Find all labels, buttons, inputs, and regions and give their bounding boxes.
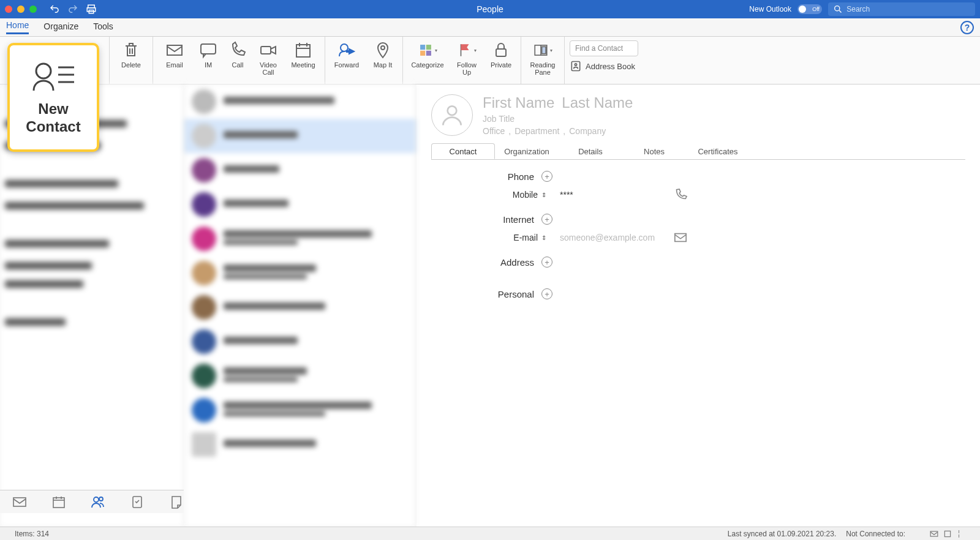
svg-rect-44	[944, 531, 950, 536]
mobile-dropdown-icon[interactable]: ⇕	[541, 192, 546, 198]
email-button[interactable]: Email	[158, 40, 191, 69]
detail-tab-contact[interactable]: Contact	[431, 143, 495, 159]
status-mail-icon[interactable]	[930, 530, 938, 538]
find-contact-input[interactable]: Find a Contact	[570, 40, 638, 56]
svg-point-41	[448, 106, 457, 115]
call-button[interactable]: Call	[225, 40, 250, 69]
follow-up-button[interactable]: ▾ Follow Up	[452, 40, 481, 76]
trash-icon	[121, 40, 141, 60]
detail-tab-notes[interactable]: Notes	[622, 143, 686, 159]
first-name-field[interactable]: First Name	[483, 94, 554, 111]
svg-point-29	[36, 64, 51, 78]
lock-icon	[491, 40, 511, 60]
navigation-bar	[0, 490, 184, 513]
status-sync-icon[interactable]	[943, 530, 952, 538]
mobile-value[interactable]: ****	[546, 190, 669, 200]
svg-rect-22	[426, 51, 431, 56]
detail-tab-certificates[interactable]: Certificates	[686, 143, 750, 159]
address-book-icon	[570, 60, 582, 72]
close-window-button[interactable]	[5, 6, 12, 13]
person-icon	[439, 102, 466, 129]
mobile-label[interactable]: Mobile	[474, 190, 541, 200]
contact-list	[184, 84, 417, 527]
detail-tab-organization[interactable]: Organization	[495, 143, 559, 159]
layout-icon	[533, 40, 549, 60]
svg-point-28	[575, 64, 576, 66]
delete-button[interactable]: Delete	[115, 40, 148, 69]
nav-tasks-icon[interactable]	[130, 495, 145, 509]
svg-rect-23	[496, 49, 506, 56]
job-title-field[interactable]: Job Title	[483, 114, 965, 124]
svg-line-4	[839, 10, 841, 12]
add-phone-button[interactable]: +	[541, 171, 552, 182]
svg-point-3	[835, 6, 840, 11]
search-box[interactable]	[828, 2, 975, 16]
search-icon	[833, 4, 843, 15]
redo-icon[interactable]	[67, 4, 78, 15]
svg-rect-21	[420, 51, 425, 56]
svg-rect-10	[167, 45, 182, 55]
status-resize-icon[interactable]: ╎	[957, 530, 965, 538]
add-personal-button[interactable]: +	[541, 288, 552, 299]
svg-rect-12	[261, 47, 271, 54]
detail-tab-details[interactable]: Details	[559, 143, 622, 159]
nav-people-icon[interactable]	[91, 495, 105, 509]
status-connection: Not Connected to:	[846, 530, 905, 538]
reading-pane-button[interactable]: ▾ Reading Pane	[526, 40, 559, 76]
new-contact-callout[interactable]: NewContact	[7, 43, 99, 152]
svg-rect-33	[13, 498, 26, 506]
search-input[interactable]	[846, 5, 970, 13]
avatar-placeholder[interactable]	[431, 94, 473, 136]
status-last-synced: Last synced at 01.09.2021 20:23.	[728, 530, 836, 538]
contact-detail-pane: First Name Last Name Job Title Office, D…	[417, 84, 980, 527]
phone-action-icon[interactable]	[674, 188, 687, 201]
svg-rect-13	[296, 45, 310, 57]
map-it-button[interactable]: Map It	[368, 40, 398, 69]
department-field[interactable]: Department	[514, 126, 559, 136]
new-outlook-toggle[interactable]: Off	[797, 4, 822, 14]
section-internet-label: Internet	[431, 214, 541, 225]
print-icon[interactable]	[86, 4, 97, 15]
maximize-window-button[interactable]	[29, 6, 37, 13]
meeting-button[interactable]: Meeting	[287, 40, 320, 69]
new-contact-icon	[30, 59, 77, 93]
svg-rect-20	[426, 45, 431, 50]
im-button[interactable]: IM	[196, 40, 221, 69]
nav-notes-icon[interactable]	[169, 495, 184, 509]
add-internet-button[interactable]: +	[541, 214, 552, 225]
office-field[interactable]: Office	[483, 126, 505, 136]
last-name-field[interactable]: Last Name	[562, 94, 633, 111]
nav-calendar-icon[interactable]	[51, 495, 66, 509]
tab-organize[interactable]: Organize	[43, 21, 78, 34]
flag-icon	[457, 40, 473, 60]
tab-home[interactable]: Home	[6, 20, 29, 34]
tab-tools[interactable]: Tools	[93, 21, 113, 34]
email-dropdown-icon[interactable]: ⇕	[541, 234, 546, 241]
calendar-icon	[293, 40, 313, 60]
minimize-window-button[interactable]	[17, 6, 24, 13]
address-book-button[interactable]: Address Book	[570, 60, 635, 72]
svg-rect-42	[675, 234, 686, 242]
menu-tabs: Home Organize Tools ?	[0, 18, 980, 37]
email-label[interactable]: E-mail	[474, 233, 541, 242]
forward-button[interactable]: Forward	[330, 40, 363, 69]
company-field[interactable]: Company	[569, 126, 606, 136]
status-items-count: Items: 314	[15, 530, 49, 538]
detail-tabs: Contact Organization Details Notes Certi…	[431, 143, 965, 160]
nav-mail-icon[interactable]	[12, 495, 27, 509]
forward-icon	[337, 40, 356, 60]
undo-icon[interactable]	[49, 4, 60, 15]
private-button[interactable]: Private	[486, 40, 516, 69]
add-address-button[interactable]: +	[541, 257, 552, 268]
titlebar: People New Outlook Off	[0, 0, 980, 18]
ribbon: +▾ New Items Delete Email IM Call Video …	[0, 37, 980, 84]
email-field[interactable]: someone@example.com	[546, 233, 669, 242]
section-address-label: Address	[431, 257, 541, 268]
help-icon[interactable]: ?	[960, 21, 974, 34]
svg-rect-34	[53, 498, 64, 508]
video-call-button[interactable]: Video Call	[255, 40, 282, 76]
svg-point-39	[99, 497, 103, 501]
mail-action-icon[interactable]	[674, 231, 687, 244]
categorize-button[interactable]: ▾ Categorize	[408, 40, 447, 69]
quick-access-toolbar	[49, 4, 97, 15]
